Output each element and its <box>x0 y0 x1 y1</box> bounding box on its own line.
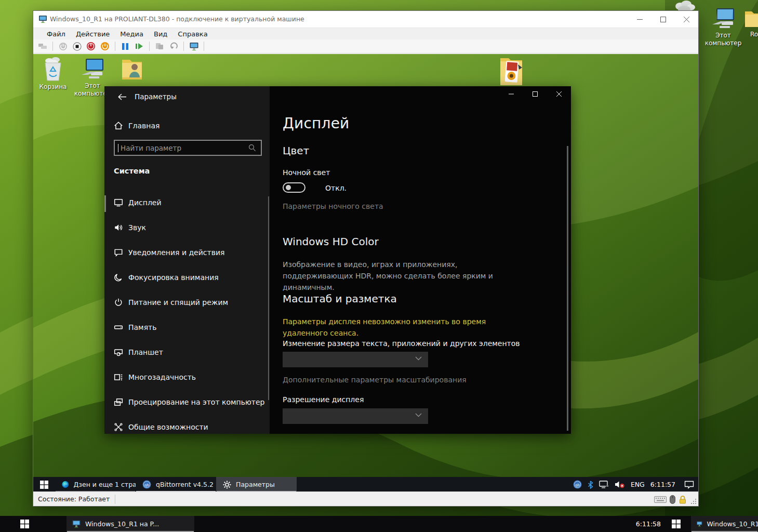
hyperv-window-title: Windows_10_R1 на PROLIANT-DL380 - подклю… <box>50 15 304 23</box>
scale-heading: Масштаб и разметка <box>283 292 397 305</box>
gear-icon <box>223 481 231 489</box>
task-label: Windows_10_R1 на P... <box>85 520 159 528</box>
start-vm-button[interactable] <box>58 41 68 51</box>
power-icon <box>114 298 123 307</box>
hyperv-window-icon <box>696 520 702 528</box>
settings-close-button[interactable] <box>547 86 571 102</box>
host-start-button[interactable] <box>12 516 36 532</box>
bluetooth-icon[interactable] <box>588 481 593 489</box>
sidebar-item-label: Память <box>128 323 157 331</box>
resolution-dropdown[interactable] <box>283 408 428 424</box>
settings-window: Параметры Главная <box>104 86 571 434</box>
windows-logo-icon <box>672 520 681 528</box>
action-center-icon[interactable] <box>684 481 694 489</box>
pause-vm-button[interactable] <box>120 41 130 51</box>
host-desktop-icon-folder[interactable]: Ror <box>740 8 758 38</box>
sidebar-item-power-sleep[interactable]: Питание и спящий режим <box>104 290 270 315</box>
main-scrollbar[interactable] <box>567 146 568 431</box>
back-button[interactable] <box>115 90 129 103</box>
windows-logo-icon <box>20 520 29 528</box>
hyperv-minimize-button[interactable] <box>628 11 651 28</box>
moon-icon <box>114 273 123 282</box>
volume-muted-icon[interactable] <box>615 481 625 488</box>
revert-button[interactable] <box>168 41 179 51</box>
sidebar-item-tablet[interactable]: Планшет <box>104 340 270 365</box>
sidebar-item-label: Многозадачность <box>128 373 196 381</box>
screen: Этот компьютер Ror Windows_10_R1 на PROL… <box>0 0 758 532</box>
menu-media[interactable]: Медиа <box>115 29 149 39</box>
color-heading: Цвет <box>283 144 309 157</box>
vm-system-tray: qb ENG <box>573 477 694 492</box>
network-icon[interactable] <box>599 481 609 488</box>
keyboard-status-icon <box>654 496 667 503</box>
checkpoint-button[interactable] <box>154 41 165 51</box>
notifications-icon <box>114 248 123 257</box>
sidebar-item-shared-experiences[interactable]: Общие возможности <box>104 415 270 434</box>
host-taskbar-task-vmconnect-monitor2[interactable]: Windows_10_R1 на P... <box>691 516 758 532</box>
sidebar-item-notifications[interactable]: Уведомления и действия <box>104 240 270 265</box>
task-label: Дзен и еще 1 страни... <box>74 481 136 488</box>
sidebar-item-home[interactable]: Главная <box>104 115 270 136</box>
sidebar-item-projecting[interactable]: Проецирование на этот компьютер <box>104 390 270 415</box>
settings-maximize-button[interactable] <box>523 86 547 102</box>
vm-clock[interactable]: 6:11:57 <box>650 481 675 488</box>
hyperv-close-button[interactable] <box>675 11 698 28</box>
search-input[interactable] <box>118 144 248 152</box>
language-indicator[interactable]: ENG <box>631 481 645 488</box>
ctrl-alt-del-button[interactable] <box>37 41 48 51</box>
vm-desktop-icon-recycle-bin[interactable]: Корзина <box>33 57 73 91</box>
qbittorrent-icon: qb <box>142 480 151 489</box>
turn-off-vm-button[interactable] <box>72 41 82 51</box>
vm-taskbar-task-edge[interactable]: Дзен и еще 1 страни... <box>55 477 136 492</box>
resize-grip[interactable] <box>690 498 697 504</box>
vm-taskbar-task-qbittorrent[interactable]: qb qBittorrent v4.5.2 <box>136 477 216 492</box>
vm-start-button[interactable] <box>33 477 55 492</box>
sidebar-item-sound[interactable]: Звук <box>104 215 270 240</box>
shut-down-vm-button[interactable] <box>86 41 96 51</box>
save-vm-button[interactable] <box>100 41 110 51</box>
host-start-button-monitor2[interactable] <box>664 516 688 532</box>
menu-help[interactable]: Справка <box>172 29 212 39</box>
multitasking-icon <box>114 373 123 382</box>
menu-view[interactable]: Вид <box>149 29 172 39</box>
advanced-scaling-link[interactable]: Дополнительные параметры масштабирования <box>283 376 467 384</box>
this-pc-icon <box>711 7 735 30</box>
hyperv-maximize-button[interactable] <box>651 11 675 28</box>
remote-session-warning: Параметры дисплея невозможно изменить во… <box>283 316 514 339</box>
host-clock[interactable]: 6:11:58 <box>636 516 661 532</box>
scale-label: Изменение размера текста, приложений и д… <box>283 339 520 348</box>
home-icon <box>114 121 123 130</box>
sidebar-item-multitasking[interactable]: Многозадачность <box>104 365 270 390</box>
qbittorrent-tray-icon[interactable]: qb <box>573 480 582 489</box>
resolution-label: Разрешение дисплея <box>283 395 364 404</box>
sidebar-item-label: Проецирование на этот компьютер <box>128 398 264 406</box>
settings-minimize-button[interactable] <box>499 86 523 102</box>
night-light-state: Откл. <box>325 184 347 192</box>
enhanced-session-button[interactable] <box>189 41 199 51</box>
night-light-settings-link[interactable]: Параметры ночного света <box>283 202 383 210</box>
status-indicators <box>654 492 687 507</box>
search-box[interactable] <box>114 140 262 156</box>
sidebar-item-label: Звук <box>128 223 146 232</box>
sidebar-item-focus-assist[interactable]: Фокусировка внимания <box>104 265 270 290</box>
night-light-toggle[interactable] <box>283 182 305 193</box>
sidebar-item-storage[interactable]: Память <box>104 315 270 340</box>
vm-screen[interactable]: Корзина Этот компьютер <box>33 54 698 492</box>
vm-desktop-icon-pictures-folder[interactable] <box>491 55 531 89</box>
host-desktop-icon-this-pc[interactable]: Этот компьютер <box>703 7 743 47</box>
hyperv-titlebar[interactable]: Windows_10_R1 на PROLIANT-DL380 - подклю… <box>33 11 698 28</box>
hyperv-window-icon <box>72 520 81 528</box>
scale-dropdown[interactable] <box>283 352 428 367</box>
toolbar-separator <box>115 42 115 51</box>
vm-desktop-icon-user-folder[interactable] <box>112 58 152 83</box>
sidebar-edge-scroll-thumb[interactable] <box>104 195 106 212</box>
recycle-bin-icon <box>41 57 65 82</box>
host-taskbar-task-vmconnect[interactable]: Windows_10_R1 на P... <box>67 516 194 532</box>
vm-taskbar-task-settings[interactable]: Параметры <box>216 477 297 492</box>
menu-action[interactable]: Действие <box>71 29 115 39</box>
sidebar-item-display[interactable]: Дисплей <box>104 190 270 215</box>
resume-vm-button[interactable] <box>134 41 144 51</box>
search-icon[interactable] <box>248 144 256 152</box>
menu-file[interactable]: Файл <box>42 29 71 39</box>
sidebar-scrollbar[interactable] <box>268 196 269 400</box>
